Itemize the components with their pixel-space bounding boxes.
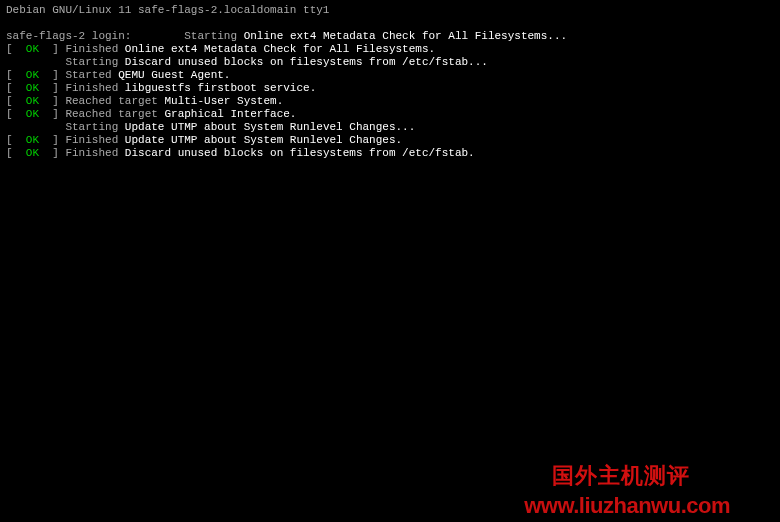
bracket-open: [ bbox=[6, 134, 26, 146]
system-header: Debian GNU/Linux 11 safe-flags-2.localdo… bbox=[6, 4, 774, 17]
boot-line: [ OK ] Finished Online ext4 Metadata Che… bbox=[6, 43, 774, 56]
action-label: Starting bbox=[184, 30, 243, 42]
boot-message: Update UTMP about System Runlevel Change… bbox=[125, 121, 415, 133]
boot-message: Discard unused blocks on filesystems fro… bbox=[125, 56, 488, 68]
bracket-open: [ bbox=[6, 69, 26, 81]
action-label: Starting bbox=[65, 121, 124, 133]
boot-line: [ OK ] Finished libguestfs firstboot ser… bbox=[6, 82, 774, 95]
boot-line: [ OK ] Started QEMU Guest Agent. bbox=[6, 69, 774, 82]
boot-line: [ OK ] Reached target Graphical Interfac… bbox=[6, 108, 774, 121]
boot-line: Starting Update UTMP about System Runlev… bbox=[6, 121, 774, 134]
bracket-close: ] bbox=[39, 147, 65, 159]
boot-message: Multi-User System. bbox=[164, 95, 283, 107]
login-prompt[interactable]: safe-flags-2 login: bbox=[6, 30, 138, 42]
action-label: Started bbox=[65, 69, 118, 81]
boot-message: Discard unused blocks on filesystems fro… bbox=[125, 147, 475, 159]
indent bbox=[6, 121, 65, 133]
bracket-open: [ bbox=[6, 82, 26, 94]
watermark-chinese: 国外主机测评 bbox=[552, 469, 690, 482]
action-label: Finished bbox=[65, 147, 124, 159]
boot-message: Update UTMP about System Runlevel Change… bbox=[125, 134, 402, 146]
status-ok: OK bbox=[26, 95, 39, 107]
status-ok: OK bbox=[26, 108, 39, 120]
action-label: Finished bbox=[65, 134, 124, 146]
watermark-url: www.liuzhanwu.com bbox=[524, 499, 730, 512]
boot-line: safe-flags-2 login: Starting Online ext4… bbox=[6, 30, 774, 43]
bracket-close: ] bbox=[39, 134, 65, 146]
status-ok: OK bbox=[26, 147, 39, 159]
boot-line: [ OK ] Reached target Multi-User System. bbox=[6, 95, 774, 108]
boot-message: QEMU Guest Agent. bbox=[118, 69, 230, 81]
status-ok: OK bbox=[26, 69, 39, 81]
status-ok: OK bbox=[26, 43, 39, 55]
indent bbox=[6, 56, 65, 68]
boot-message: libguestfs firstboot service. bbox=[125, 82, 316, 94]
action-label: Reached target bbox=[65, 95, 164, 107]
boot-line: [ OK ] Finished Discard unused blocks on… bbox=[6, 147, 774, 160]
boot-message: Online ext4 Metadata Check for All Files… bbox=[244, 30, 567, 42]
bracket-close: ] bbox=[39, 43, 65, 55]
bracket-open: [ bbox=[6, 43, 26, 55]
action-label: Reached target bbox=[65, 108, 164, 120]
action-label: Finished bbox=[65, 82, 124, 94]
status-ok: OK bbox=[26, 134, 39, 146]
bracket-open: [ bbox=[6, 108, 26, 120]
bracket-close: ] bbox=[39, 82, 65, 94]
action-label: Finished bbox=[65, 43, 124, 55]
bracket-close: ] bbox=[39, 69, 65, 81]
bracket-open: [ bbox=[6, 147, 26, 159]
action-label: Starting bbox=[65, 56, 124, 68]
bracket-close: ] bbox=[39, 95, 65, 107]
boot-line: [ OK ] Finished Update UTMP about System… bbox=[6, 134, 774, 147]
boot-line: Starting Discard unused blocks on filesy… bbox=[6, 56, 774, 69]
bracket-close: ] bbox=[39, 108, 65, 120]
bracket-open: [ bbox=[6, 95, 26, 107]
boot-message: Online ext4 Metadata Check for All Files… bbox=[125, 43, 435, 55]
status-ok: OK bbox=[26, 82, 39, 94]
boot-message: Graphical Interface. bbox=[164, 108, 296, 120]
boot-log-container: safe-flags-2 login: Starting Online ext4… bbox=[6, 30, 774, 160]
